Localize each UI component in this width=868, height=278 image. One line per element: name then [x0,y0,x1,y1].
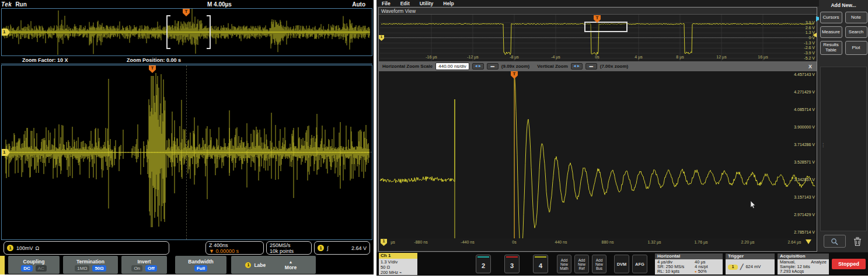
coupling-dc-option[interactable]: DC [21,265,33,272]
horizontal-zoom-minus-button[interactable]: ▬ [487,63,499,70]
zoom-time-tick: 2.20 µs [741,240,754,244]
horizontal-zoom-factor: (9.09x zoom) [501,64,529,69]
menu-help[interactable]: Help [443,1,454,6]
left-overview-graticule: T 1 [1,8,372,56]
mouse-cursor [750,201,757,209]
zoom-voltage-tick: 4.457143 V [794,72,815,77]
channel2-color-stripe [477,256,489,258]
measure-button[interactable]: Measure [820,26,842,38]
channel2-number: 2 [476,262,490,269]
cursors-button[interactable]: Cursors [820,12,842,23]
add-new-bus-button[interactable]: AddNewBus [592,255,606,273]
zoom-scale: Z 400ns [209,242,228,248]
overview-voltage-tick: 2.6 V [806,26,815,30]
more-button[interactable]: ▲ More [266,256,316,274]
trigger-level: 624 mV [745,265,761,269]
bandwidth-title: Bandwidth [188,259,213,265]
dvm-button[interactable]: DVM [614,255,629,273]
zoom-toolbar: Horizontal Zoom Scale 440.00 ns/div ◄► ▬… [379,61,817,71]
channel1-coupling-symbol: Ω [36,245,40,251]
trigger-mode-readout: Auto [352,1,365,8]
note-button[interactable]: Note [845,12,867,23]
channel1-name: Ch 1 [379,253,417,259]
channel4-button[interactable]: 4 [533,255,548,273]
horizontal-zoom-scale-input[interactable]: 440.00 ns/div [435,62,469,70]
channel1-scale: 1.3 V/div [381,259,417,265]
channel3-number: 3 [505,262,519,269]
trigger-level: 2.64 V [351,245,367,251]
overview-time-tick: -16 µs [426,55,437,59]
zoom-time-tick: 1.76 µs [694,240,707,244]
menu-file[interactable]: File [382,1,391,6]
channel3-button[interactable]: 3 [504,255,520,273]
overview-time-tick: 12 µs [716,55,726,59]
zoom-voltage-tick: 3.900000 V [794,125,815,129]
results-table-button[interactable]: Results Table [820,41,842,55]
add-new-ref-button[interactable]: AddNewRef [574,255,589,273]
invert-title: Invert [137,259,151,265]
termination-button[interactable]: Termination 1MΩ 50Ω [63,256,118,274]
horizontal-zoom-scale-label: Horizontal Zoom Scale [382,64,433,69]
channel1-settings: 1.3 V/div 50 Ω 200 MHz ⌁ [379,259,417,275]
zoom-time-tick: -880 ns [414,240,427,244]
horizontal-panel[interactable]: Horizontal 4 µs/div40 µs SR: 250 MS/s4 n… [655,253,723,274]
channel1-settings-badge[interactable]: Ch 1 1.3 V/div 50 Ω 200 MHz ⌁ [379,253,417,275]
overview-time-tick: 4 µs [635,55,642,59]
ground-reference-line [380,37,812,38]
more-title: More [285,265,297,270]
trigger-level-arrow[interactable] [813,33,817,37]
settings-bar: Ch 1 1.3 V/div 50 Ω 200 MHz ⌁ 2 3 4 [377,252,868,276]
channel2-button[interactable]: 2 [476,255,491,273]
menu-edit[interactable]: Edit [400,1,410,6]
bandwidth-value[interactable]: Full [194,265,207,272]
acquisition-count: 7.293 kAcqs [780,269,827,274]
zoom-time-tick: 440 ns [555,240,567,244]
left-top-status-bar: Tek Run M 4.00µs Auto [0,0,374,8]
channel3-color-stripe [506,256,518,258]
channel1-scale-readout: 1 100mV Ω [4,241,169,255]
add-new-math-button[interactable]: AddNewMath [557,255,571,273]
overview-voltage-tick: 3.9 V [806,20,815,25]
screenshot-stage: Tek Run M 4.00µs Auto T 1 Zoom Factor: 1… [0,0,868,278]
invert-off-option[interactable]: Off [145,265,157,272]
tek-logo: Tek [1,1,12,8]
drag-handle[interactable]: ⋮ [821,144,825,146]
zoom-window-left-bracket[interactable] [166,15,168,49]
magnifier-icon [831,238,839,245]
invert-on-option[interactable]: On [131,265,142,272]
channel1-menu-tab [0,256,5,274]
zoom-selection-box[interactable] [584,22,628,32]
add-new-title: Add New... [819,0,868,8]
trigger-title: Trigger [726,253,775,259]
zoom-window-right-bracket[interactable] [210,15,211,49]
invert-button[interactable]: Invert On Off [121,256,167,274]
afg-button[interactable]: AFG [632,255,647,273]
search-button[interactable]: Search [845,26,867,38]
time-axis-row: 1 µs -880 ns-440 ns0s440 ns880 ns1.32 µs… [379,238,817,246]
left-zoom-graticule: T 1 [1,65,372,240]
zoom-time-tick: 0s [512,240,516,244]
stopped-run-stop-button[interactable]: Stopped [832,259,866,269]
delete-button[interactable] [850,234,864,248]
coupling-ac-option[interactable]: AC [36,265,47,272]
plot-button[interactable]: Plot [845,41,867,55]
zoom-mode-button[interactable] [824,235,846,248]
zoom-position-readout: Zoom Position: 0.00 s [127,57,181,63]
vertical-zoom-arrows-button[interactable]: ◄► [571,63,583,70]
termination-1m-option[interactable]: 1MΩ [75,265,89,272]
bandwidth-button[interactable]: Bandwidth Full [175,256,226,274]
trigger-panel[interactable]: Trigger 1 ╱ 624 mV [726,253,775,274]
channel1-termination: 50 Ω [381,265,417,270]
coupling-button[interactable]: Coupling DC AC [8,256,60,274]
acquisition-settings: Manual,Analyze Sample: 12 bits 7.293 kAc… [778,259,829,274]
zoom-close-button[interactable]: X [808,64,813,70]
termination-50-option[interactable]: 50Ω [92,265,106,272]
vertical-zoom-minus-button[interactable]: ▬ [585,63,597,70]
acquisition-panel[interactable]: Acquisition Manual,Analyze Sample: 12 bi… [778,253,829,274]
menu-utility[interactable]: Utility [420,1,434,6]
trigger-source-badge: 1 [728,265,738,270]
trigger-source-badge: 1 [318,245,324,251]
position-dot-icon: ● [695,270,697,273]
horizontal-zoom-arrows-button[interactable]: ◄► [472,63,484,70]
add-new-side-panel: Add New... Cursors Note Measure Search R… [819,0,868,252]
